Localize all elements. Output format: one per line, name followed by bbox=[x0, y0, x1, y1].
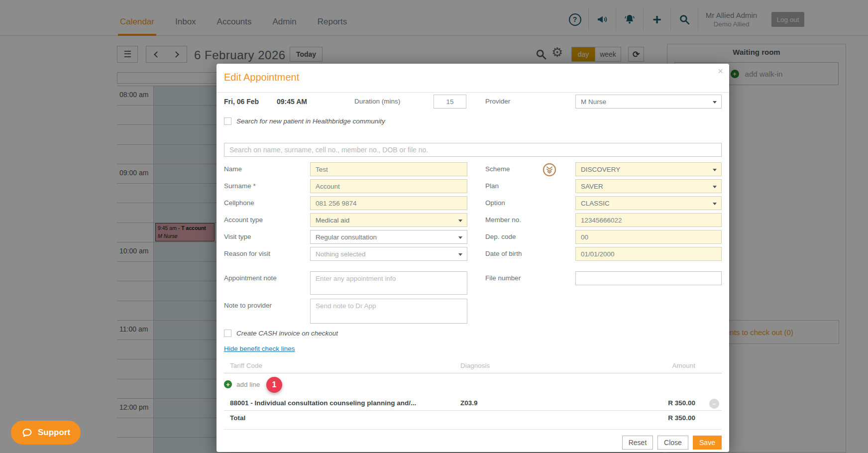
provider-label: Provider bbox=[485, 95, 510, 109]
chevron-down-icon bbox=[458, 236, 462, 239]
search-community-checkbox[interactable] bbox=[224, 117, 231, 125]
discovery-logo-icon bbox=[542, 163, 556, 177]
provider-value: M Nurse bbox=[581, 98, 606, 106]
dob-input[interactable] bbox=[575, 247, 722, 261]
visit-type-label: Visit type bbox=[224, 230, 251, 244]
divider bbox=[224, 373, 722, 373]
col-tariff-code: Tariff Code bbox=[230, 362, 262, 369]
add-line-label: add line bbox=[236, 381, 260, 388]
member-no-input[interactable] bbox=[575, 213, 722, 227]
line-amount: R 350.00 bbox=[668, 399, 695, 407]
surname-input[interactable] bbox=[310, 179, 467, 193]
cash-invoice-label: Create CASH invoice on checkout bbox=[236, 330, 338, 337]
reset-button[interactable]: Reset bbox=[622, 436, 653, 450]
cellphone-input[interactable] bbox=[310, 196, 467, 210]
col-amount: Amount bbox=[672, 362, 695, 369]
chevron-down-icon bbox=[713, 186, 717, 188]
dep-code-label: Dep. code bbox=[485, 230, 516, 244]
add-line-button[interactable]: + add line bbox=[224, 380, 260, 388]
option-label: Option bbox=[485, 196, 505, 210]
surname-label: Surname * bbox=[224, 179, 256, 193]
chevron-down-icon bbox=[713, 203, 717, 205]
chevron-down-icon bbox=[713, 101, 717, 104]
remove-line-icon[interactable]: − bbox=[709, 399, 719, 409]
close-icon[interactable]: × bbox=[718, 66, 723, 77]
account-type-select[interactable]: Medical aid bbox=[310, 213, 467, 227]
close-button[interactable]: Close bbox=[657, 436, 688, 450]
support-label: Support bbox=[38, 428, 70, 438]
search-community-label: Search for new patient in Healthbridge c… bbox=[236, 117, 385, 125]
step-badge: 1 bbox=[266, 377, 282, 393]
name-label: Name bbox=[224, 162, 242, 176]
divider bbox=[224, 429, 722, 430]
modal-title: Edit Appointment bbox=[224, 72, 299, 83]
plan-select[interactable]: SAVER bbox=[575, 179, 722, 193]
appointment-time: 09:45 AM bbox=[277, 95, 307, 109]
reason-select[interactable]: Nothing selected bbox=[310, 247, 467, 261]
appointment-note-textarea[interactable] bbox=[310, 271, 467, 295]
support-button[interactable]: Support bbox=[11, 421, 81, 445]
scheme-value: DISCOVERY bbox=[581, 166, 620, 173]
line-description: 88001 - Individual consultation counseli… bbox=[230, 399, 416, 407]
chevron-down-icon bbox=[713, 169, 717, 171]
file-number-input[interactable] bbox=[575, 271, 722, 285]
hide-benefit-lines-link[interactable]: Hide benefit check lines bbox=[224, 345, 295, 352]
dob-label: Date of birth bbox=[485, 247, 522, 261]
total-amount: R 350.00 bbox=[668, 414, 695, 422]
account-type-value: Medical aid bbox=[316, 217, 349, 224]
visit-type-select[interactable]: Regular consultation bbox=[310, 230, 467, 244]
patient-search-input[interactable] bbox=[224, 143, 722, 157]
divider bbox=[224, 410, 722, 411]
appointment-note-label: Appointment note bbox=[224, 271, 277, 285]
plan-value: SAVER bbox=[581, 183, 603, 190]
cash-invoice-checkbox[interactable] bbox=[224, 330, 231, 337]
account-type-label: Account type bbox=[224, 213, 263, 227]
edit-appointment-modal: Edit Appointment × Fri, 06 Feb 09:45 AM … bbox=[217, 64, 729, 452]
option-select[interactable]: CLASSIC bbox=[575, 196, 722, 210]
note-to-provider-textarea[interactable] bbox=[310, 299, 467, 324]
member-no-label: Member no. bbox=[485, 213, 521, 227]
file-number-label: File number bbox=[485, 271, 521, 285]
chevron-down-icon bbox=[458, 253, 462, 256]
plus-circle-icon: + bbox=[224, 380, 232, 388]
appointment-date: Fri, 06 Feb bbox=[224, 95, 259, 109]
chevron-down-icon bbox=[458, 220, 462, 222]
provider-select[interactable]: M Nurse bbox=[575, 95, 722, 109]
visit-type-value: Regular consultation bbox=[316, 233, 377, 241]
cellphone-label: Cellphone bbox=[224, 196, 254, 210]
scheme-label: Scheme bbox=[485, 162, 510, 176]
option-value: CLASSIC bbox=[581, 200, 610, 207]
modal-footer: Reset Close Save bbox=[622, 436, 722, 450]
name-input[interactable] bbox=[310, 162, 467, 176]
note-to-provider-label: Note to provider bbox=[224, 299, 272, 313]
plan-label: Plan bbox=[485, 179, 499, 193]
reason-label: Reason for visit bbox=[224, 247, 270, 261]
col-diagnosis: Diagnosis bbox=[460, 362, 490, 369]
duration-label: Duration (mins) bbox=[354, 95, 400, 109]
reason-value: Nothing selected bbox=[316, 250, 366, 258]
chat-bubble-icon bbox=[21, 427, 33, 439]
scheme-select[interactable]: DISCOVERY bbox=[575, 162, 722, 176]
divider bbox=[217, 92, 729, 93]
total-label: Total bbox=[230, 414, 245, 422]
dep-code-input[interactable] bbox=[575, 230, 722, 244]
duration-input[interactable] bbox=[434, 95, 466, 109]
line-diagnosis: Z03.9 bbox=[460, 399, 478, 407]
save-button[interactable]: Save bbox=[693, 436, 722, 450]
